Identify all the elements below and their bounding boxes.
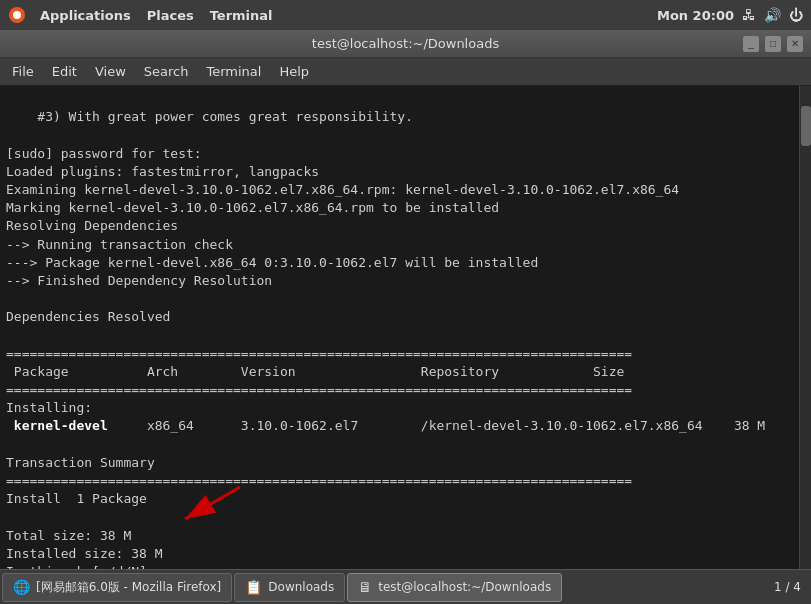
- firefox-icon: 🌐: [13, 579, 30, 595]
- system-clock: Mon 20:00: [657, 8, 734, 23]
- line-10: --> Finished Dependency Resolution: [6, 273, 272, 288]
- total-size: Total size: 38 M: [6, 528, 131, 543]
- line-7: Resolving Dependencies: [6, 218, 178, 233]
- maximize-button[interactable]: □: [765, 36, 781, 52]
- network-icon[interactable]: 🖧: [742, 7, 756, 23]
- window-title: test@localhost:~/Downloads: [68, 36, 743, 51]
- close-button[interactable]: ✕: [787, 36, 803, 52]
- menu-terminal[interactable]: Terminal: [204, 6, 279, 25]
- power-icon[interactable]: ⏻: [789, 7, 803, 23]
- line-6: Marking kernel-devel-3.10.0-1062.el7.x86…: [6, 200, 499, 215]
- table-header: Package Arch Version Repository Size: [6, 364, 624, 379]
- transaction-summary: Transaction Summary: [6, 455, 155, 470]
- menu-file[interactable]: File: [4, 61, 42, 82]
- line-12: Dependencies Resolved: [6, 309, 170, 324]
- menu-places[interactable]: Places: [141, 6, 200, 25]
- downloads-icon: 📋: [245, 579, 262, 595]
- line-8: --> Running transaction check: [6, 237, 233, 252]
- package-row: kernel-devel x86_64 3.10.0-1062.el7 /ker…: [6, 418, 765, 433]
- taskbar-downloads[interactable]: 📋 Downloads: [234, 573, 345, 602]
- separator-2: ========================================…: [6, 382, 632, 397]
- taskbar-page-indicator: 1 / 4: [766, 580, 809, 594]
- menu-terminal[interactable]: Terminal: [198, 61, 269, 82]
- installing-label: Installing:: [6, 400, 92, 415]
- menu-edit[interactable]: Edit: [44, 61, 85, 82]
- separator-3: ========================================…: [6, 473, 632, 488]
- line-3: [sudo] password for test:: [6, 146, 202, 161]
- svg-line-3: [185, 487, 240, 519]
- taskbar-firefox[interactable]: 🌐 [网易邮箱6.0版 - Mozilla Firefox]: [2, 573, 232, 602]
- line-9: ---> Package kernel-devel.x86_64 0:3.10.…: [6, 255, 538, 270]
- window-controls: _ □ ✕: [743, 36, 803, 52]
- prompt-line: Is this ok [y/d/N]: y​: [6, 564, 170, 569]
- distro-icon: [8, 6, 26, 24]
- terminal-icon: 🖥: [358, 579, 372, 595]
- taskbar-terminal[interactable]: 🖥 test@localhost:~/Downloads: [347, 573, 562, 602]
- separator-1: ========================================…: [6, 346, 632, 361]
- system-bar-right: Mon 20:00 🖧 🔊 ⏻: [657, 7, 803, 23]
- terminal-label: test@localhost:~/Downloads: [378, 580, 551, 594]
- menu-search[interactable]: Search: [136, 61, 197, 82]
- menu-help[interactable]: Help: [271, 61, 317, 82]
- menu-applications[interactable]: Applications: [34, 6, 137, 25]
- terminal-content[interactable]: #3) With great power comes great respons…: [0, 86, 799, 569]
- scrollbar-thumb[interactable]: [801, 106, 811, 146]
- line-1: #3) With great power comes great respons…: [6, 109, 413, 124]
- downloads-label: Downloads: [268, 580, 334, 594]
- menu-view[interactable]: View: [87, 61, 134, 82]
- terminal-window: test@localhost:~/Downloads _ □ ✕ File Ed…: [0, 30, 811, 569]
- svg-point-1: [13, 11, 21, 19]
- scrollbar[interactable]: [799, 86, 811, 569]
- terminal-wrapper: #3) With great power comes great respons…: [0, 86, 811, 569]
- minimize-button[interactable]: _: [743, 36, 759, 52]
- system-bar-left: Applications Places Terminal: [8, 6, 279, 25]
- install-count: Install 1 Package: [6, 491, 147, 506]
- firefox-label: [网易邮箱6.0版 - Mozilla Firefox]: [36, 579, 221, 596]
- menu-bar: File Edit View Search Terminal Help: [0, 58, 811, 86]
- line-4: Loaded plugins: fastestmirror, langpacks: [6, 164, 319, 179]
- volume-icon[interactable]: 🔊: [764, 7, 781, 23]
- taskbar: 🌐 [网易邮箱6.0版 - Mozilla Firefox] 📋 Downloa…: [0, 569, 811, 604]
- line-5: Examining kernel-devel-3.10.0-1062.el7.x…: [6, 182, 679, 197]
- installed-size: Installed size: 38 M: [6, 546, 163, 561]
- title-bar: test@localhost:~/Downloads _ □ ✕: [0, 30, 811, 58]
- system-bar: Applications Places Terminal Mon 20:00 🖧…: [0, 0, 811, 30]
